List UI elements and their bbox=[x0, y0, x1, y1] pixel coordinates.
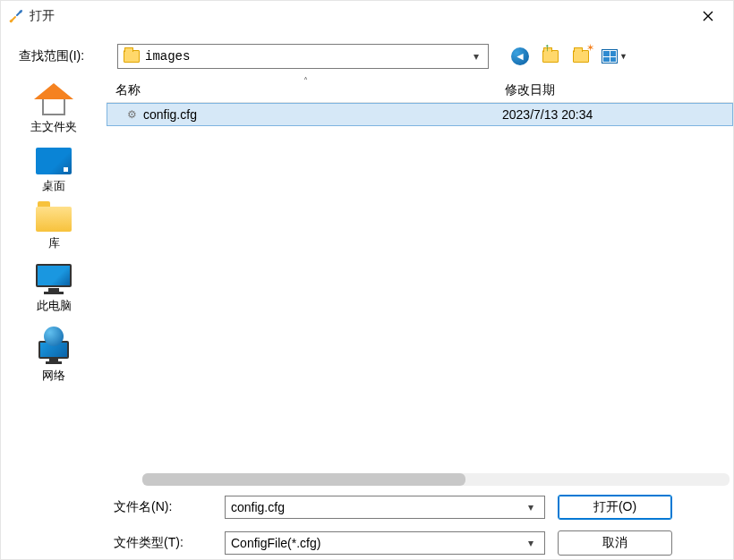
open-button[interactable]: 打开(O) bbox=[558, 495, 672, 520]
chevron-down-icon: ▾ bbox=[468, 50, 484, 63]
lookin-value: images bbox=[145, 49, 463, 64]
new-folder-button[interactable]: ✶ bbox=[571, 47, 591, 66]
filetype-combo[interactable]: ConfigFile(*.cfg) ▾ bbox=[225, 531, 545, 555]
column-header-date[interactable]: 修改日期 bbox=[499, 82, 730, 98]
file-name: config.cfg bbox=[143, 107, 197, 122]
file-row[interactable]: ⚙ config.cfg 2023/7/13 20:34 bbox=[107, 103, 733, 126]
filetype-value: ConfigFile(*.cfg) bbox=[231, 536, 523, 550]
lookin-row: 查找范围(I): images ▾ ◄ ↑ ✶ ▼ bbox=[1, 31, 733, 78]
place-desktop-label: 桌面 bbox=[42, 178, 65, 194]
file-date: 2023/7/13 20:34 bbox=[497, 107, 732, 122]
back-button[interactable]: ◄ bbox=[510, 47, 530, 66]
place-thispc-label: 此电脑 bbox=[37, 298, 72, 314]
place-library-label: 库 bbox=[48, 235, 60, 251]
home-icon bbox=[34, 83, 73, 115]
cancel-button[interactable]: 取消 bbox=[558, 530, 672, 556]
up-one-level-button[interactable]: ↑ bbox=[541, 47, 560, 66]
network-icon bbox=[38, 327, 69, 364]
lookin-combo[interactable]: images ▾ bbox=[117, 44, 489, 69]
tools-icon bbox=[8, 8, 24, 24]
chevron-down-icon: ▾ bbox=[523, 537, 539, 549]
nav-toolbar: ◄ ↑ ✶ ▼ bbox=[510, 47, 627, 66]
filename-label: 文件名(N): bbox=[114, 499, 212, 515]
places-bar: 主文件夹 桌面 库 此电脑 网络 bbox=[1, 78, 107, 488]
place-library[interactable]: 库 bbox=[36, 207, 72, 251]
place-desktop[interactable]: 桌面 bbox=[36, 148, 72, 194]
library-icon bbox=[36, 207, 72, 232]
sort-indicator-icon: ˄ bbox=[303, 76, 308, 86]
scrollbar-thumb[interactable] bbox=[142, 473, 465, 486]
config-file-icon: ⚙ bbox=[125, 108, 138, 121]
thispc-icon bbox=[36, 264, 72, 294]
open-file-dialog: 打开 查找范围(I): images ▾ ◄ ↑ ✶ ▼ bbox=[0, 0, 734, 560]
chevron-down-icon: ▾ bbox=[523, 501, 539, 513]
filename-value: config.cfg bbox=[231, 500, 523, 514]
svg-point-0 bbox=[20, 11, 22, 13]
place-network[interactable]: 网络 bbox=[38, 327, 69, 384]
window-title: 打开 bbox=[30, 8, 690, 24]
filetype-label: 文件类型(T): bbox=[114, 535, 212, 551]
place-network-label: 网络 bbox=[42, 368, 65, 384]
bottom-controls: 文件名(N): config.cfg ▾ 打开(O) 文件类型(T): Conf… bbox=[1, 488, 733, 560]
place-thispc[interactable]: 此电脑 bbox=[36, 264, 72, 314]
open-button-label: 打开(O) bbox=[593, 499, 636, 515]
body: 主文件夹 桌面 库 此电脑 网络 bbox=[1, 78, 733, 488]
file-list-header: ˄ 名称 修改日期 bbox=[107, 78, 733, 103]
view-menu-button[interactable]: ▼ bbox=[602, 47, 627, 66]
place-home[interactable]: 主文件夹 bbox=[30, 83, 77, 135]
horizontal-scrollbar[interactable] bbox=[142, 473, 730, 486]
filename-combo[interactable]: config.cfg ▾ bbox=[225, 496, 545, 519]
close-button[interactable] bbox=[690, 4, 726, 29]
cancel-button-label: 取消 bbox=[602, 535, 627, 551]
place-home-label: 主文件夹 bbox=[30, 119, 77, 135]
title-bar: 打开 bbox=[1, 1, 733, 31]
desktop-icon bbox=[36, 148, 72, 174]
lookin-label: 查找范围(I): bbox=[19, 48, 108, 64]
file-list[interactable]: ⚙ config.cfg 2023/7/13 20:34 bbox=[107, 103, 733, 473]
folder-icon bbox=[124, 50, 140, 63]
file-area: ˄ 名称 修改日期 ⚙ config.cfg 2023/7/13 20:34 bbox=[107, 78, 733, 488]
